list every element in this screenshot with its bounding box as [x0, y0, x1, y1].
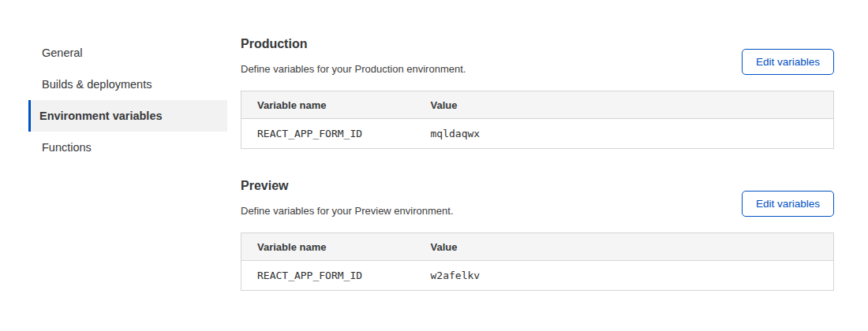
- preview-section-title: Preview: [241, 179, 454, 193]
- preview-section-header: Preview Define variables for your Previe…: [241, 179, 834, 217]
- sidebar-item-general[interactable]: General: [28, 37, 227, 69]
- preview-variables-table: Variable name Value REACT_APP_FORM_ID w2…: [241, 232, 834, 291]
- production-section-header: Production Define variables for your Pro…: [241, 37, 834, 75]
- sidebar-item-label: Builds & deployments: [42, 78, 152, 91]
- production-section-description: Define variables for your Production env…: [241, 63, 466, 75]
- sidebar-item-label: Environment variables: [39, 110, 163, 122]
- sidebar-item-functions[interactable]: Functions: [28, 132, 227, 163]
- variable-value-cell: mqldaqwx: [415, 119, 834, 149]
- column-header-value: Value: [415, 233, 834, 261]
- variable-name-cell: REACT_APP_FORM_ID: [241, 261, 415, 291]
- variable-value-cell: w2afelkv: [415, 261, 834, 291]
- preview-section-description: Define variables for your Preview enviro…: [241, 205, 454, 217]
- sidebar-item-label: Functions: [42, 141, 92, 154]
- production-section: Production Define variables for your Pro…: [241, 37, 834, 149]
- column-header-variable-name: Variable name: [241, 91, 415, 119]
- edit-variables-button-production[interactable]: Edit variables: [742, 49, 834, 75]
- variable-name-cell: REACT_APP_FORM_ID: [241, 119, 415, 149]
- table-row: REACT_APP_FORM_ID w2afelkv: [241, 261, 834, 291]
- edit-variables-button-preview[interactable]: Edit variables: [742, 191, 834, 217]
- table-header-row: Variable name Value: [241, 233, 834, 261]
- sidebar-item-builds-deployments[interactable]: Builds & deployments: [28, 69, 227, 100]
- preview-section-text: Preview Define variables for your Previe…: [241, 179, 454, 217]
- sidebar-item-label: General: [42, 46, 83, 59]
- column-header-value: Value: [415, 91, 834, 119]
- production-section-title: Production: [241, 37, 466, 51]
- table-header-row: Variable name Value: [241, 91, 834, 119]
- settings-page: General Builds & deployments Environment…: [0, 0, 868, 291]
- table-row: REACT_APP_FORM_ID mqldaqwx: [241, 119, 834, 149]
- preview-section: Preview Define variables for your Previe…: [241, 179, 834, 291]
- production-variables-table: Variable name Value REACT_APP_FORM_ID mq…: [241, 91, 834, 149]
- sidebar-item-environment-variables[interactable]: Environment variables: [28, 100, 227, 132]
- settings-sidebar: General Builds & deployments Environment…: [0, 37, 227, 163]
- column-header-variable-name: Variable name: [241, 233, 415, 261]
- environment-variables-panel: Production Define variables for your Pro…: [241, 37, 834, 291]
- production-section-text: Production Define variables for your Pro…: [241, 37, 466, 75]
